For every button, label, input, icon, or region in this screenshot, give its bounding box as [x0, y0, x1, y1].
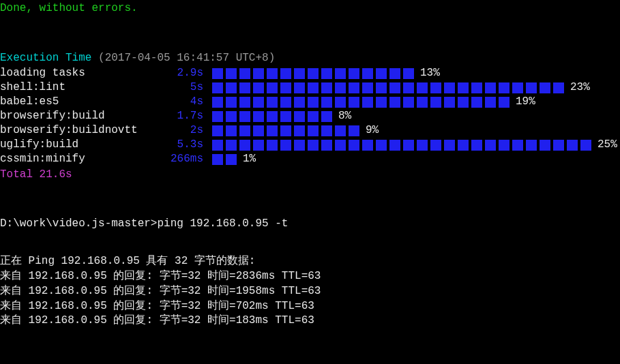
bar-block — [443, 96, 456, 108]
task-percent: 9% — [366, 123, 379, 138]
bar-block — [471, 139, 483, 151]
bar-block — [566, 139, 578, 151]
task-percent: 25% — [597, 138, 617, 152]
bar-block — [211, 153, 224, 166]
task-time: 2s — [157, 123, 211, 138]
bar-block — [239, 125, 251, 137]
bar-block — [361, 96, 374, 108]
task-percent: 1% — [243, 152, 256, 166]
bar-block — [293, 110, 306, 123]
bar-block — [252, 96, 265, 108]
bar-block — [457, 82, 469, 94]
task-row: uglify:build5.3s25% — [0, 138, 620, 152]
bar-block — [307, 96, 319, 108]
status-done-message: Done, without errors. — [0, 1, 620, 16]
bar-block — [389, 67, 401, 80]
bar-block — [252, 110, 265, 123]
task-name: uglify:build — [0, 138, 157, 152]
task-row: shell:lint5s23% — [0, 81, 620, 95]
bar-block — [334, 125, 346, 137]
bar-block — [334, 67, 346, 80]
execution-header: Execution Time (2017-04-05 16:41:57 UTC+… — [0, 51, 620, 65]
execution-total: Total 21.6s — [0, 168, 620, 182]
bar-block — [321, 110, 333, 123]
task-name: loading tasks — [0, 66, 157, 80]
task-list: loading tasks2.9s13%shell:lint5s23%babel… — [0, 67, 620, 166]
bar-block — [211, 110, 224, 123]
bar-block — [348, 125, 360, 137]
bar-block — [211, 67, 224, 80]
execution-label: Execution Time — [0, 52, 91, 64]
bar-block — [239, 110, 251, 123]
bar-block — [334, 82, 346, 94]
ping-reply: 来自 192.168.0.95 的回复: 字节=32 时间=183ms TTL=… — [0, 314, 620, 328]
execution-timestamp: (2017-04-05 16:41:57 UTC+8) — [98, 52, 275, 64]
task-row: browserify:buildnovtt2s9% — [0, 124, 620, 138]
task-name: cssmin:minify — [0, 152, 157, 166]
bar-block — [211, 82, 224, 94]
bar-block — [348, 82, 360, 94]
task-percent: 8% — [338, 109, 351, 123]
bar-block — [266, 82, 278, 94]
bar-block — [402, 139, 415, 151]
bar-block — [361, 67, 374, 80]
bar-block — [457, 139, 469, 151]
bar-block — [280, 139, 292, 151]
bar-block — [443, 139, 456, 151]
bar-block — [307, 67, 319, 80]
prompt-path: D:\work\video.js-master> — [0, 217, 157, 230]
command-prompt-line[interactable]: D:\work\video.js-master>ping 192.168.0.9… — [0, 217, 620, 231]
bar-block — [307, 139, 319, 151]
bar-block — [375, 139, 387, 151]
bar-block — [321, 96, 333, 108]
bar-block — [321, 139, 333, 151]
bar-block — [498, 82, 510, 94]
bar-block — [512, 82, 524, 94]
bar-block — [225, 125, 237, 137]
bar-block — [293, 96, 306, 108]
bar-block — [580, 139, 592, 151]
bar-block — [252, 67, 265, 80]
bar-block — [361, 82, 374, 94]
bar-block — [266, 125, 278, 137]
bar-block — [389, 139, 401, 151]
bar-block — [416, 96, 428, 108]
task-time: 4s — [157, 95, 211, 109]
task-name: browserify:build — [0, 109, 157, 123]
bar-block — [416, 82, 428, 94]
bar-block — [348, 139, 360, 151]
bar-block — [334, 96, 346, 108]
bar-block — [552, 139, 565, 151]
bar-block — [402, 96, 415, 108]
bar-block — [471, 82, 483, 94]
bar-block — [389, 96, 401, 108]
task-percent: 19% — [516, 95, 535, 109]
bar-block — [375, 96, 387, 108]
task-row: cssmin:minify266ms1% — [0, 153, 620, 166]
task-row: browserify:build1.7s8% — [0, 110, 620, 123]
bar-block — [512, 139, 524, 151]
task-bar: 1% — [211, 152, 256, 166]
bar-block — [225, 139, 237, 151]
task-bar: 19% — [211, 95, 535, 109]
bar-block — [225, 96, 237, 108]
bar-block — [211, 139, 224, 151]
task-time: 5.3s — [157, 138, 211, 152]
bar-block — [239, 67, 251, 80]
bar-block — [225, 67, 237, 80]
bar-block — [402, 67, 415, 80]
bar-block — [321, 82, 333, 94]
bar-block — [498, 96, 510, 108]
ping-replies: 来自 192.168.0.95 的回复: 字节=32 时间=2836ms TTL… — [0, 269, 620, 328]
task-time: 1.7s — [157, 109, 211, 123]
bar-block — [430, 139, 442, 151]
bar-block — [280, 82, 292, 94]
bar-block — [266, 67, 278, 80]
bar-block — [430, 82, 442, 94]
bar-block — [457, 96, 469, 108]
bar-block — [484, 96, 497, 108]
task-bar: 9% — [211, 123, 379, 138]
bar-block — [307, 82, 319, 94]
bar-block — [225, 153, 237, 166]
bar-block — [293, 125, 306, 137]
